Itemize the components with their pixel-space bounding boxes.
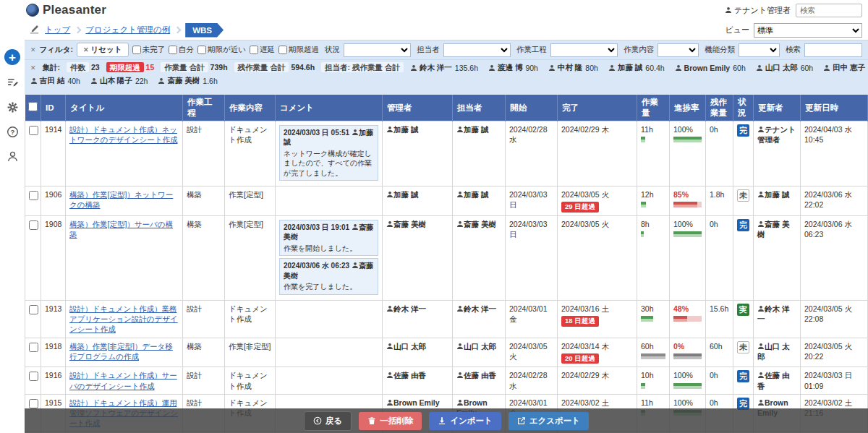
work-bar [641,316,653,322]
bulk-delete-button[interactable]: 一括削除 [359,412,422,430]
person-icon [757,191,765,198]
edit-pencil-icon[interactable] [29,24,40,36]
column-header[interactable]: 開始 [506,95,558,121]
cell-status: 未 [733,187,754,216]
summary-person: 山口 太郎60h [756,63,813,73]
filter-check-own[interactable]: 自分 [169,45,194,55]
filter-status-select[interactable] [344,43,411,57]
back-icon [313,416,322,425]
collapse-icon[interactable]: ✕ [30,46,36,53]
column-header[interactable]: ID [41,95,66,121]
row-checkbox[interactable] [29,126,38,135]
checkbox[interactable] [132,46,141,54]
column-header[interactable]: 作業量 [637,95,670,121]
row-checkbox[interactable] [29,343,38,352]
select-all-checkbox[interactable] [28,102,38,111]
cell-process: 設計 [183,300,225,338]
column-header[interactable]: 完了 [558,95,637,121]
progress-bar [673,316,702,322]
person-icon [548,64,556,72]
column-header[interactable]: 作業内容 [225,95,276,121]
checkbox[interactable] [250,46,258,54]
collapse-icon[interactable]: ✕ [30,64,36,72]
row-checkbox[interactable] [29,305,38,314]
column-header[interactable]: コメント [276,95,383,121]
edit-list-icon[interactable] [5,75,20,90]
column-header[interactable]: 更新日時 [801,95,868,121]
checkbox[interactable] [278,46,287,54]
person-icon [757,372,765,379]
summary-person: 田中 恵子45h [823,63,868,73]
help-icon[interactable]: ? [5,124,20,139]
row-checkbox[interactable] [29,372,38,381]
person-name: Brown Emily [386,398,440,407]
column-header[interactable]: タイトル [66,95,183,121]
progress-bar [673,137,702,142]
row-checkbox[interactable] [29,191,38,200]
cell-assignee: 加藤 誠 [453,187,506,216]
person-icon [456,372,464,379]
account-icon[interactable] [5,149,20,163]
filter-check-overdue[interactable]: 期限超過 [278,45,319,55]
filter-process-select[interactable] [550,43,618,57]
cell-select [25,215,41,300]
settings-gear-icon[interactable] [5,100,20,114]
cell-content: ドキュメント作成 [225,367,276,394]
filter-category-select[interactable] [739,43,780,57]
task-title-link[interactable]: 構築）作業[非定型]）データ移行プログラムの作成 [69,342,173,361]
app-logo[interactable]: Pleasanter [26,3,106,17]
cell-comments [276,338,383,367]
cell-assignee: 加藤 誠 [453,121,506,187]
global-search-input[interactable] [796,4,862,17]
column-header[interactable]: 状況 [733,95,754,121]
cell-id: 1906 [41,187,66,216]
task-title-link[interactable]: 構築）作業[定型]）サーバの構築 [69,220,173,239]
filter-search-input[interactable] [804,43,862,57]
checkbox[interactable] [169,46,177,54]
view-select[interactable]: 標準 [754,23,862,38]
breadcrumb-link-project[interactable]: プロジェクト管理の例 [85,25,170,35]
status-badge: 未 [737,341,749,353]
column-header[interactable]: 作業工程 [183,95,225,121]
filter-check-near-limit[interactable]: 期限が近い [197,45,246,55]
overdue-badge: 29 日超過 [561,202,599,213]
filter-assignee-select[interactable] [443,43,511,57]
cell-content: 作業[定型] [225,187,276,216]
task-title-link[interactable]: 設計）ドキュメント作成）サーバのデザインシート作成 [69,371,177,390]
person-icon [456,126,464,133]
filter-check-incomplete[interactable]: 未完了 [132,45,166,55]
filter-reset-button[interactable]: ✕リセット [77,43,129,57]
summary-title: 集計: [43,63,61,73]
work-bar [641,231,644,237]
column-header[interactable]: 残作業量 [706,95,733,121]
row-checkbox[interactable] [29,220,38,230]
column-header[interactable]: 管理者 [383,95,453,121]
column-header[interactable]: 進捗率 [670,95,706,121]
row-checkbox[interactable] [29,399,38,408]
cell-title: 構築）作業[定型]）サーバの構築 [66,215,183,300]
summary-person: 渡邊 博90h [488,63,538,73]
column-header[interactable]: 更新者 [754,95,801,121]
export-button[interactable]: エクスポート [509,412,589,430]
checkbox[interactable] [197,46,206,54]
add-button[interactable]: + [4,49,20,65]
trash-icon [367,416,376,425]
filter-content-select[interactable] [658,43,699,57]
import-button[interactable]: インポート [429,412,501,430]
filter-check-delay[interactable]: 遅延 [250,45,275,55]
task-title-link[interactable]: 設計）ドキュメント作成）業務アプリケーション設計のデザインシート作成 [69,304,178,333]
breadcrumb-link-top[interactable]: トップ [45,25,70,35]
progress-bar [673,383,702,389]
task-title-link[interactable]: 設計）ドキュメント作成）ネットワークのデザインシート作成 [69,125,177,144]
task-title-link[interactable]: 構築）作業[定型]）ネットワークの構築 [69,190,173,209]
progress-bar [673,353,702,359]
person-name: 佐藤 由香 [386,371,426,380]
menu-toggle-icon[interactable] [7,4,18,19]
table-header-row: IDタイトル作業工程作業内容コメント管理者担当者開始完了作業量進捗率残作業量状況… [25,95,868,121]
person-name: 佐藤 由香 [757,371,789,390]
comment-box: 2024/03/03 日 19:01 斎藤 美樹作業を開始しました。 [279,220,378,257]
tenant-admin-label[interactable]: テナント管理者 [725,5,791,16]
cell-updater: 鈴木 洋一 [754,300,801,338]
column-header[interactable]: 担当者 [453,95,506,121]
back-button[interactable]: 戻る [304,411,352,431]
